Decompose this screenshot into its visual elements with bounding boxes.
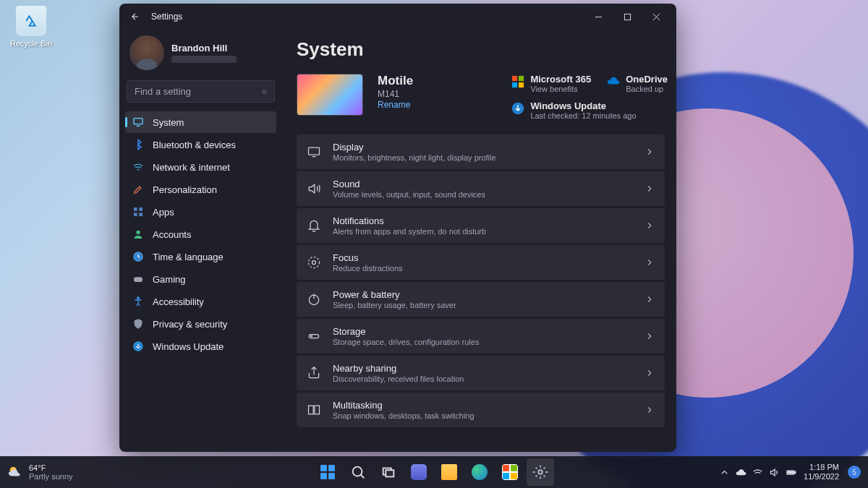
battery-tray-icon[interactable] <box>786 467 796 478</box>
settings-window: Settings Brandon Hill System <box>119 4 676 452</box>
recycle-bin-icon <box>16 6 46 36</box>
svg-rect-9 <box>139 207 142 211</box>
start-button[interactable] <box>314 458 341 486</box>
search-input[interactable] <box>135 86 256 97</box>
nav-accounts[interactable]: Accounts <box>125 223 276 245</box>
nav-label: Windows Update <box>153 341 224 352</box>
svg-point-29 <box>311 335 312 337</box>
chat-button[interactable] <box>405 458 433 486</box>
nav-gaming[interactable]: Gaming <box>125 268 276 290</box>
svg-rect-18 <box>519 76 524 81</box>
user-account-row[interactable]: Brandon Hill <box>125 30 276 80</box>
clock-icon <box>132 251 144 262</box>
svg-rect-1 <box>624 14 630 20</box>
nav-label: Accessibility <box>153 296 204 307</box>
wifi-tray-icon[interactable] <box>752 467 763 478</box>
status-update[interactable]: Windows UpdateLast checked: 12 minutes a… <box>511 100 668 120</box>
notification-badge[interactable]: 5 <box>848 466 861 479</box>
svg-rect-19 <box>512 82 517 87</box>
edge-button[interactable] <box>466 458 493 486</box>
chevron-right-icon <box>644 405 655 415</box>
system-tray[interactable] <box>719 467 796 478</box>
accessibility-icon <box>132 296 144 307</box>
svg-rect-40 <box>386 470 393 476</box>
nav-system[interactable]: System <box>125 111 276 133</box>
svg-rect-41 <box>503 465 509 471</box>
minimize-button[interactable] <box>584 5 613 28</box>
onedrive-icon <box>607 75 620 88</box>
taskbar-clock[interactable]: 1:18 PM 11/9/2022 <box>804 463 841 481</box>
row-sound[interactable]: SoundVolume levels, output, input, sound… <box>297 171 665 206</box>
nav-update[interactable]: Windows Update <box>125 335 276 357</box>
svg-rect-42 <box>511 465 517 471</box>
main-panel: System Motile M141 Rename Microsoft 365V… <box>282 30 676 452</box>
sidebar: Brandon Hill System Bluetooth & devices … <box>119 30 282 452</box>
clock-date: 11/9/2022 <box>804 472 839 481</box>
nav-network[interactable]: Network & internet <box>125 156 276 178</box>
nav-label: Personalization <box>153 184 217 195</box>
svg-rect-47 <box>795 471 796 474</box>
status-onedrive[interactable]: OneDriveBacked up <box>607 74 668 93</box>
row-nearby-sharing[interactable]: Nearby sharingDiscoverability, received … <box>297 356 665 390</box>
settings-taskbar-button[interactable] <box>527 458 554 486</box>
maximize-button[interactable] <box>613 5 642 28</box>
close-button[interactable] <box>642 5 671 28</box>
row-power[interactable]: Power & batterySleep, battery usage, bat… <box>297 282 665 317</box>
sound-icon <box>307 181 321 196</box>
svg-line-38 <box>361 475 365 479</box>
row-display[interactable]: DisplayMonitors, brightness, night light… <box>297 134 665 169</box>
chevron-right-icon <box>644 368 655 378</box>
nav-apps[interactable]: Apps <box>125 201 276 223</box>
svg-point-12 <box>136 231 140 234</box>
system-icon <box>132 116 144 128</box>
nav-label: Network & internet <box>153 162 230 173</box>
svg-line-5 <box>265 93 266 93</box>
weather-widget[interactable]: 64°F Partly sunny <box>7 463 73 481</box>
row-storage[interactable]: StorageStorage space, drives, configurat… <box>297 319 665 354</box>
nav-personalization[interactable]: Personalization <box>125 179 276 200</box>
onedrive-tray-icon[interactable] <box>736 467 746 478</box>
wifi-icon <box>132 161 144 173</box>
window-title: Settings <box>151 12 182 22</box>
search-button[interactable] <box>344 458 372 486</box>
search-icon <box>262 87 267 97</box>
rename-link[interactable]: Rename <box>378 100 413 110</box>
explorer-button[interactable] <box>435 458 463 486</box>
recycle-bin-desktop-icon[interactable]: Recycle Bin <box>6 6 56 48</box>
chevron-right-icon <box>644 147 655 157</box>
back-button[interactable] <box>125 7 145 27</box>
row-focus[interactable]: FocusReduce distractions <box>297 245 665 280</box>
device-model: M141 <box>378 89 413 99</box>
svg-rect-11 <box>139 213 142 216</box>
volume-tray-icon[interactable] <box>769 467 780 478</box>
device-thumbnail[interactable] <box>297 74 363 116</box>
nav-bluetooth[interactable]: Bluetooth & devices <box>125 134 276 155</box>
paintbrush-icon <box>132 184 144 195</box>
row-multitasking[interactable]: MultitaskingSnap windows, desktops, task… <box>297 393 665 427</box>
weather-desc: Partly sunny <box>29 472 73 481</box>
bell-icon <box>307 218 321 233</box>
taskbar: 64°F Partly sunny 1:18 PM 11/9/2022 5 <box>0 456 868 488</box>
tray-chevron-icon[interactable] <box>719 467 730 478</box>
weather-icon <box>7 464 23 480</box>
power-icon <box>307 292 321 307</box>
search-box[interactable] <box>127 80 275 103</box>
nav-label: Privacy & security <box>153 319 227 330</box>
svg-rect-33 <box>320 465 327 471</box>
task-view-button[interactable] <box>375 458 402 486</box>
nav-privacy[interactable]: Privacy & security <box>125 313 276 335</box>
svg-rect-14 <box>134 277 142 282</box>
svg-point-25 <box>309 257 320 268</box>
person-icon <box>132 228 144 240</box>
nav-accessibility[interactable]: Accessibility <box>125 291 276 312</box>
user-name: Brandon Hill <box>171 43 237 53</box>
row-notifications[interactable]: NotificationsAlerts from apps and system… <box>297 208 665 243</box>
store-button[interactable] <box>496 458 524 486</box>
nav-label: Gaming <box>153 274 186 285</box>
svg-rect-8 <box>134 207 137 211</box>
update-icon <box>132 341 144 352</box>
status-m365[interactable]: Microsoft 365View benefits <box>511 74 591 93</box>
nav-time[interactable]: Time & language <box>125 246 276 267</box>
gamepad-icon <box>132 273 144 285</box>
bluetooth-icon <box>132 139 144 150</box>
